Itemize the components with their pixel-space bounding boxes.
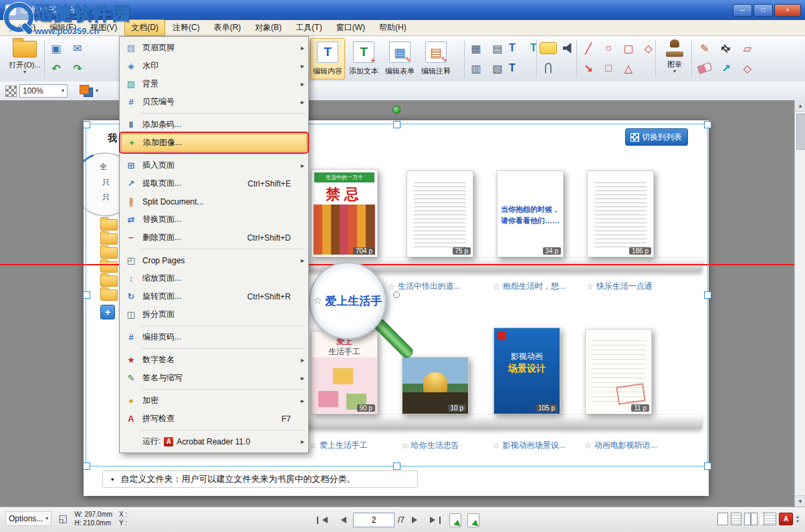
menubar-item-7[interactable]: 工具(T) bbox=[289, 19, 328, 36]
zoom-caret-icon[interactable]: ▾ bbox=[62, 89, 64, 93]
open-caret-icon[interactable]: ▾ bbox=[23, 70, 26, 74]
selection-handle-mid-right[interactable] bbox=[704, 291, 711, 299]
redo-icon[interactable]: ↷ bbox=[68, 59, 87, 78]
close-button[interactable]: × bbox=[774, 4, 801, 17]
selection-handle-mid-left[interactable] bbox=[83, 291, 90, 299]
add-text-button[interactable]: T+添加文本 bbox=[346, 38, 381, 80]
menu-item-header-footer-icon: ▤ bbox=[124, 43, 138, 53]
menubar-item-1[interactable]: 编辑(E) bbox=[43, 19, 83, 36]
mail-icon[interactable]: ✉ bbox=[68, 39, 87, 57]
selection-handle-top-center[interactable] bbox=[393, 121, 400, 128]
menu-item-split-pages[interactable]: ◫拆分页面 bbox=[121, 305, 307, 323]
menu-item-digital-signature[interactable]: ★数字签名▸ bbox=[121, 351, 307, 369]
menubar-item-0[interactable]: 文件(F) bbox=[3, 19, 42, 36]
menubar-item-2[interactable]: 视图(V) bbox=[84, 19, 124, 36]
menu-item-split-document[interactable]: ∦Split Document... bbox=[121, 192, 307, 211]
menubar-item-6[interactable]: 对象(B) bbox=[248, 19, 288, 36]
menu-item-encrypt[interactable]: ●加密▸ bbox=[121, 392, 307, 410]
rotate-handle[interactable] bbox=[392, 106, 400, 114]
menubar-item-5[interactable]: 表单(R) bbox=[207, 19, 248, 36]
menu-item-run-acrobat[interactable]: 运行:AAcrobat Reader 11.0▸ bbox=[121, 432, 307, 450]
scroll-down-icon[interactable]: ▼ bbox=[795, 495, 805, 507]
spin-up-icon[interactable]: ▲ bbox=[796, 515, 800, 519]
edit-form-button[interactable]: ▦✎编辑表单 bbox=[382, 38, 417, 80]
selection-handle-bottom-right[interactable] bbox=[704, 462, 711, 470]
spin-down-icon[interactable]: ▼ bbox=[796, 519, 800, 524]
menubar-item-8[interactable]: 窗口(W) bbox=[330, 19, 372, 36]
color-caret-icon[interactable]: ▾ bbox=[96, 89, 98, 93]
continuous-view-button[interactable] bbox=[731, 513, 741, 525]
menu-item-scale-pages[interactable]: ↕缩放页面... bbox=[121, 269, 307, 287]
menu-item-label: 背景 bbox=[142, 78, 158, 90]
menu-item-add-image[interactable]: +添加图像... bbox=[121, 134, 307, 152]
menu-item-background[interactable]: ▨背景▸ bbox=[121, 75, 307, 93]
insert-page-quick-icon[interactable] bbox=[449, 513, 461, 527]
vertical-scrollbar[interactable]: ▲ ▼ bbox=[794, 100, 805, 507]
continuous-facing-view-button[interactable] bbox=[760, 513, 776, 525]
circle-tool-icon[interactable]: ○ bbox=[599, 39, 618, 57]
last-page-button[interactable] bbox=[427, 513, 443, 527]
line-tool-icon[interactable]: ╱ bbox=[579, 39, 598, 57]
menu-item-watermark[interactable]: ◈水印▸ bbox=[121, 57, 307, 75]
selection-handle-bottom-left[interactable] bbox=[83, 462, 90, 470]
stamp-caret-icon[interactable]: ▾ bbox=[673, 70, 676, 74]
select-arrow-tool-icon[interactable]: ↗ bbox=[717, 59, 735, 78]
menu-item-replace-pages[interactable]: ⇄替换页面... bbox=[121, 211, 307, 229]
page-number-input[interactable] bbox=[353, 513, 394, 527]
minimize-button[interactable]: ─ bbox=[733, 4, 752, 17]
fill-color-swatch[interactable] bbox=[80, 85, 93, 97]
menu-item-spell-check[interactable]: A拼写检查F7 bbox=[121, 410, 307, 428]
previous-page-button[interactable] bbox=[334, 513, 350, 527]
pentagon-tool-icon[interactable]: △ bbox=[619, 59, 638, 78]
menu-item-crop-pages-icon: ◰ bbox=[124, 255, 138, 265]
edit-comment-button[interactable]: ▤✎编辑注释 bbox=[419, 38, 453, 80]
facing-view-button[interactable] bbox=[744, 513, 758, 525]
eraser-tool-icon[interactable] bbox=[695, 59, 714, 78]
typewriter-tool-icon[interactable]: T bbox=[503, 59, 522, 78]
menu-item-add-barcode[interactable]: ‖添加条码... bbox=[121, 116, 307, 134]
menubar-item-4[interactable]: 注释(C) bbox=[166, 19, 207, 36]
zoom-combo[interactable]: 100% ▾ bbox=[5, 84, 68, 98]
edit-content-button[interactable]: T编辑内容 bbox=[310, 38, 345, 80]
first-page-button[interactable] bbox=[314, 513, 330, 527]
menu-item-sign-initials[interactable]: ✎签名与缩写▸ bbox=[121, 369, 307, 387]
next-page-button[interactable] bbox=[408, 513, 424, 527]
pencil-tool-icon[interactable]: ✎ bbox=[695, 39, 714, 57]
menu-item-number-pages[interactable]: #编排页码... bbox=[121, 328, 307, 346]
attachment-icon[interactable] bbox=[539, 59, 558, 78]
acrobat-icon[interactable]: A bbox=[779, 513, 793, 525]
selection-handle-top-left[interactable] bbox=[83, 121, 90, 128]
menu-item-extract-pages[interactable]: ↗提取页面...Ctrl+Shift+E bbox=[121, 174, 307, 192]
menu-item-delete-pages[interactable]: −删除页面...Ctrl+Shift+D bbox=[121, 229, 307, 247]
stamp-button[interactable]: 图章 ▾ bbox=[659, 37, 690, 80]
undo-icon[interactable]: ↶ bbox=[47, 59, 66, 78]
menu-item-label: 添加条码... bbox=[142, 119, 181, 130]
distort-shape-tool-icon[interactable]: ◇ bbox=[738, 59, 757, 78]
scrollbar-thumb[interactable] bbox=[796, 114, 805, 150]
page-tile-1-icon[interactable]: ▦ bbox=[467, 39, 485, 57]
selection-handle-bottom-center[interactable] bbox=[393, 462, 400, 470]
selection-handle-top-right[interactable] bbox=[704, 121, 711, 128]
rounded-rect-tool-icon[interactable]: ▢ bbox=[619, 39, 638, 57]
menu-item-insert-pages[interactable]: ⊞插入页面▸ bbox=[121, 156, 307, 174]
preview-icon[interactable]: ▣ bbox=[47, 39, 66, 57]
scroll-up-icon[interactable]: ▲ bbox=[795, 100, 805, 112]
menu-item-crop-pages[interactable]: ◰Crop Pages▸ bbox=[121, 251, 307, 269]
menubar-item-3[interactable]: 文档(D) bbox=[124, 19, 165, 36]
menu-item-bates-numbering[interactable]: #贝茨编号▸ bbox=[121, 93, 307, 111]
extract-page-quick-icon[interactable] bbox=[467, 513, 479, 527]
menu-item-header-footer[interactable]: ▤页眉页脚▸ bbox=[121, 39, 307, 57]
open-button[interactable]: 打开(O)... ▾ bbox=[4, 38, 45, 81]
single-page-view-button[interactable] bbox=[717, 513, 728, 525]
edit-shape-tool-icon[interactable]: ▱ bbox=[738, 39, 757, 57]
options-button[interactable]: Options... ▾ bbox=[5, 511, 51, 526]
arrow-tool-icon[interactable]: ↘ bbox=[579, 59, 598, 78]
menubar-item-9[interactable]: 帮助(H) bbox=[372, 19, 413, 36]
menu-item-rotate-pages[interactable]: ↻旋转页面...Ctrl+Shift+R bbox=[121, 287, 307, 305]
textbox-tool-icon[interactable]: T bbox=[503, 39, 522, 57]
sticky-comment-icon[interactable] bbox=[539, 39, 558, 57]
maximize-button[interactable]: □ bbox=[754, 4, 773, 17]
measure-tool-icon[interactable]: ⇄ bbox=[713, 35, 739, 61]
rect-tool-icon[interactable]: □ bbox=[599, 59, 618, 78]
page-tile-2-icon[interactable]: ▥ bbox=[467, 59, 485, 78]
